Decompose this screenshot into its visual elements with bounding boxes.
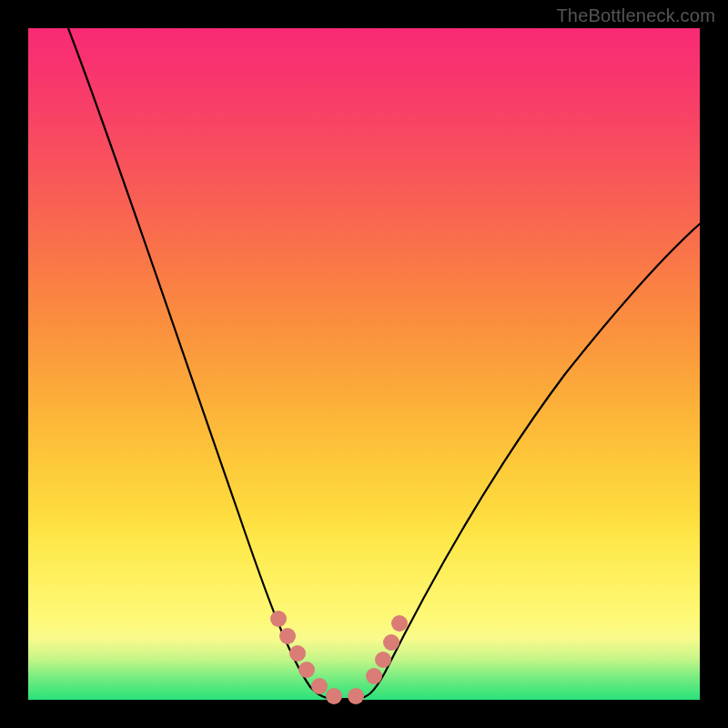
dot bbox=[279, 628, 296, 644]
dot bbox=[311, 678, 328, 694]
dot bbox=[270, 611, 287, 627]
watermark-text: TheBottleneck.com bbox=[556, 5, 715, 26]
dot bbox=[348, 688, 364, 704]
chart-overlay bbox=[28, 28, 700, 700]
dot bbox=[375, 652, 391, 668]
chart-frame: TheBottleneck.com bbox=[0, 0, 728, 728]
bottleneck-curve bbox=[68, 28, 700, 699]
dot bbox=[289, 645, 306, 662]
plot-area bbox=[28, 28, 700, 700]
dot bbox=[366, 668, 382, 684]
dot bbox=[383, 634, 399, 651]
dot bbox=[298, 662, 315, 678]
dot bbox=[391, 615, 408, 632]
highlight-dots bbox=[270, 611, 408, 704]
dot bbox=[326, 688, 342, 704]
